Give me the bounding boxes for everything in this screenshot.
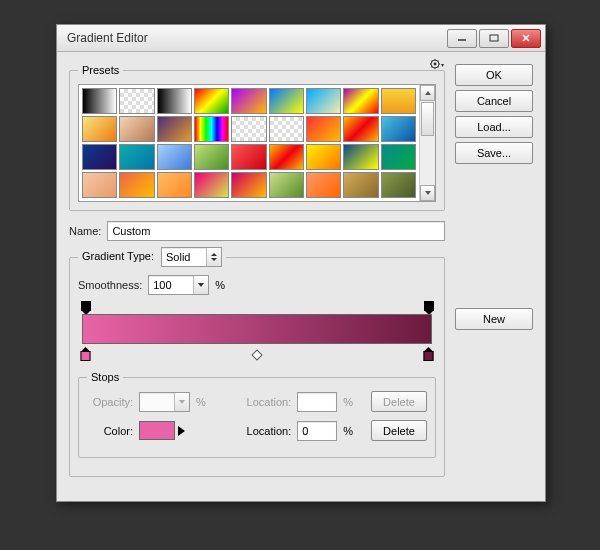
preset-swatch[interactable] [269, 88, 304, 114]
preset-swatch[interactable] [269, 144, 304, 170]
color-location-label: Location: [247, 425, 292, 437]
color-picker[interactable] [139, 421, 185, 440]
svg-marker-15 [425, 91, 431, 95]
preset-swatch[interactable] [381, 88, 416, 114]
preset-swatch[interactable] [157, 144, 192, 170]
gradient-type-select[interactable] [161, 247, 222, 267]
smoothness-dropdown-icon[interactable] [193, 276, 208, 294]
svg-marker-16 [425, 191, 431, 195]
preset-swatch[interactable] [381, 116, 416, 142]
color-delete-button[interactable]: Delete [371, 420, 427, 441]
smoothness-unit: % [215, 279, 225, 291]
color-stop-left[interactable] [80, 347, 91, 361]
preset-swatch[interactable] [82, 88, 117, 114]
color-well[interactable] [139, 421, 175, 440]
preset-swatch[interactable] [269, 116, 304, 142]
preset-swatch[interactable] [306, 144, 341, 170]
color-menu-arrow-icon[interactable] [178, 426, 185, 436]
midpoint-marker[interactable] [251, 349, 262, 360]
preset-swatch[interactable] [194, 172, 229, 198]
opacity-unit: % [196, 396, 206, 408]
preset-swatch[interactable] [231, 144, 266, 170]
stops-fieldset: Stops Opacity: % Location: % Dele [78, 371, 436, 458]
scroll-up-arrow[interactable] [420, 85, 435, 101]
preset-swatch[interactable] [306, 88, 341, 114]
preset-swatch[interactable] [82, 172, 117, 198]
preset-swatch[interactable] [231, 116, 266, 142]
minimize-button[interactable] [447, 29, 477, 48]
save-button[interactable]: Save... [455, 142, 533, 164]
preset-swatch[interactable] [82, 116, 117, 142]
svg-marker-18 [211, 258, 217, 261]
svg-rect-1 [490, 35, 498, 41]
preset-swatch[interactable] [157, 172, 192, 198]
gradient-type-stepper[interactable] [206, 248, 221, 266]
gradient-editor-window: Gradient Editor Presets [56, 24, 546, 502]
presets-grid [79, 85, 419, 201]
ok-button[interactable]: OK [455, 64, 533, 86]
preset-swatch[interactable] [194, 88, 229, 114]
preset-swatch[interactable] [194, 116, 229, 142]
gradient-settings-fieldset: Gradient Type: Smoothness: [69, 247, 445, 477]
preset-swatch[interactable] [306, 116, 341, 142]
close-button[interactable] [511, 29, 541, 48]
preset-swatch[interactable] [381, 144, 416, 170]
svg-line-11 [438, 67, 439, 68]
svg-line-12 [438, 61, 439, 62]
load-button[interactable]: Load... [455, 116, 533, 138]
color-location-input[interactable] [297, 421, 337, 441]
svg-line-13 [432, 67, 433, 68]
maximize-button[interactable] [479, 29, 509, 48]
window-title: Gradient Editor [67, 31, 447, 45]
preset-swatch[interactable] [343, 88, 378, 114]
preset-swatch[interactable] [194, 144, 229, 170]
opacity-location-unit: % [343, 396, 353, 408]
gradient-type-value [162, 249, 206, 265]
preset-swatch[interactable] [231, 172, 266, 198]
svg-marker-19 [198, 283, 204, 287]
preset-swatch[interactable] [343, 172, 378, 198]
svg-text:▾: ▾ [441, 62, 444, 68]
smoothness-input[interactable] [149, 277, 193, 293]
svg-marker-20 [179, 400, 185, 404]
preset-swatch[interactable] [119, 172, 154, 198]
presets-menu-icon[interactable]: ▾ [430, 58, 444, 72]
stops-legend: Stops [87, 371, 123, 383]
color-label: Color: [87, 425, 133, 437]
preset-swatch[interactable] [119, 88, 154, 114]
preset-swatch[interactable] [119, 116, 154, 142]
preset-swatch[interactable] [157, 116, 192, 142]
preset-swatch[interactable] [343, 144, 378, 170]
preset-swatch[interactable] [231, 88, 266, 114]
opacity-location-input [297, 392, 337, 412]
preset-swatch[interactable] [381, 172, 416, 198]
opacity-stop-right[interactable] [424, 301, 434, 311]
scroll-down-arrow[interactable] [420, 185, 435, 201]
cancel-button[interactable]: Cancel [455, 90, 533, 112]
preset-swatch[interactable] [343, 116, 378, 142]
preset-swatch[interactable] [157, 88, 192, 114]
opacity-input [140, 394, 174, 410]
smoothness-field[interactable] [148, 275, 209, 295]
new-button[interactable]: New [455, 308, 533, 330]
scroll-thumb[interactable] [421, 102, 434, 136]
preset-swatch[interactable] [269, 172, 304, 198]
opacity-label: Opacity: [87, 396, 133, 408]
preset-swatch[interactable] [306, 172, 341, 198]
opacity-stop-left[interactable] [81, 301, 91, 311]
gradient-bar-area [82, 301, 432, 361]
preset-swatch[interactable] [119, 144, 154, 170]
name-label: Name: [69, 225, 101, 237]
presets-legend: Presets [78, 64, 123, 76]
gradient-bar[interactable] [82, 314, 432, 344]
presets-scrollbar[interactable] [419, 85, 435, 201]
opacity-dropdown-icon [174, 393, 189, 411]
preset-swatch[interactable] [82, 144, 117, 170]
name-input[interactable] [107, 221, 445, 241]
opacity-field [139, 392, 190, 412]
gradient-type-label: Gradient Type: [82, 250, 154, 262]
color-stop-right[interactable] [423, 347, 434, 361]
scroll-track[interactable] [420, 101, 435, 185]
titlebar: Gradient Editor [57, 25, 545, 52]
presets-fieldset: Presets ▾ [69, 64, 445, 211]
